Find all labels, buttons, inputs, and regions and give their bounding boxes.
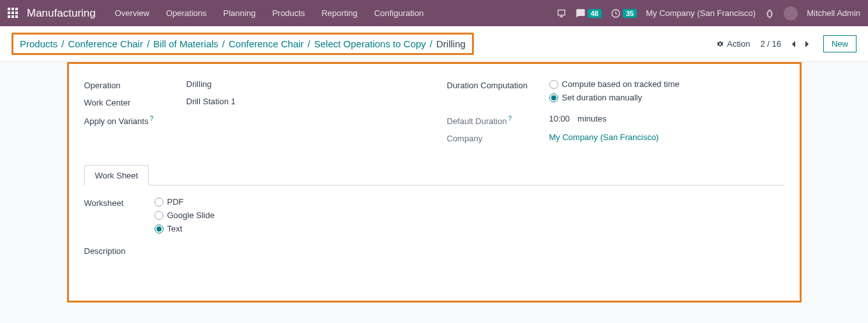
radio-icon [155, 211, 164, 220]
pager-prev[interactable] [788, 39, 799, 49]
pager: 2 / 16 [760, 39, 813, 49]
worksheet-label: Worksheet [84, 197, 155, 208]
chevron-right-icon [804, 40, 811, 48]
radio-manual-duration[interactable]: Set duration manually [549, 93, 784, 102]
notebook-tabs: Work Sheet [84, 165, 784, 185]
chevron-left-icon [790, 40, 796, 48]
gear-icon [716, 40, 724, 48]
radio-google-slide[interactable]: Google Slide [155, 210, 784, 220]
duration-computation-label: Duration Computation [447, 79, 549, 90]
main-menu: Overview Operations Planning Products Re… [109, 4, 430, 22]
debug-icon[interactable] [765, 8, 775, 19]
radio-icon [155, 225, 164, 233]
menu-operations[interactable]: Operations [160, 4, 213, 22]
form-right-column: Duration Computation Compute based on tr… [447, 79, 784, 150]
tab-worksheet-content: Worksheet PDF Google Slide T [84, 185, 784, 256]
top-navbar: Manufacturing Overview Operations Planni… [0, 0, 868, 26]
company-value[interactable]: My Company (San Francisco) [549, 132, 784, 142]
company-label: Company [447, 132, 549, 143]
user-name[interactable]: Mitchell Admin [807, 8, 860, 18]
activity-badge: 35 [623, 9, 637, 18]
tab-worksheet[interactable]: Work Sheet [84, 165, 149, 185]
breadcrumb-item[interactable]: Conference Chair [68, 38, 143, 49]
breadcrumb-item[interactable]: Products [20, 38, 57, 49]
help-icon[interactable]: ? [149, 115, 153, 122]
topbar-right: 48 35 My Company (San Francisco) Mitchel… [556, 6, 860, 20]
menu-configuration[interactable]: Configuration [368, 4, 430, 22]
activity-icon[interactable]: 35 [611, 8, 637, 19]
breadcrumb-item[interactable]: Bill of Materials [153, 38, 218, 49]
radio-text[interactable]: Text [155, 224, 784, 233]
form-left-column: Operation Drilling Work Center Drill Sta… [84, 79, 422, 150]
variants-label: Apply on Variants? [84, 114, 187, 126]
radio-icon [549, 93, 558, 102]
help-icon[interactable]: ? [508, 115, 512, 122]
phone-icon[interactable] [556, 8, 567, 19]
radio-tracked-time[interactable]: Compute based on tracked time [549, 79, 784, 89]
worksheet-radios: PDF Google Slide Text [155, 197, 784, 233]
menu-reporting[interactable]: Reporting [315, 4, 363, 22]
app-title: Manufacturing [27, 7, 96, 20]
action-button[interactable]: Action [716, 39, 750, 49]
breadcrumb-item[interactable]: Select Operations to Copy [314, 38, 426, 49]
radio-pdf[interactable]: PDF [155, 197, 784, 207]
default-duration-value[interactable]: 10:00 [549, 114, 570, 123]
workcenter-label: Work Center [84, 97, 187, 107]
default-duration-unit: minutes [577, 114, 607, 123]
radio-icon [549, 80, 558, 89]
default-duration-label: Default Duration? [447, 114, 549, 126]
messages-badge: 48 [588, 9, 602, 18]
operation-label: Operation [84, 79, 187, 90]
avatar[interactable] [784, 6, 798, 20]
action-label: Action [727, 39, 750, 49]
pager-value[interactable]: 2 / 16 [760, 39, 781, 49]
form-sheet: Operation Drilling Work Center Drill Sta… [67, 62, 802, 303]
pager-next[interactable] [802, 39, 813, 49]
control-panel: Products/ Conference Chair/ Bill of Mate… [0, 26, 868, 62]
breadcrumb-item[interactable]: Conference Chair [229, 38, 304, 49]
menu-overview[interactable]: Overview [109, 4, 156, 22]
company-switcher[interactable]: My Company (San Francisco) [646, 8, 756, 18]
breadcrumb-current: Drilling [436, 38, 466, 49]
new-button[interactable]: New [823, 35, 857, 52]
description-label: Description [84, 245, 155, 256]
breadcrumb: Products/ Conference Chair/ Bill of Mate… [11, 33, 474, 55]
workcenter-value[interactable]: Drill Station 1 [187, 97, 422, 106]
messages-icon[interactable]: 48 [575, 8, 602, 19]
menu-products[interactable]: Products [266, 4, 311, 22]
operation-value[interactable]: Drilling [187, 79, 422, 89]
duration-computation-radios: Compute based on tracked time Set durati… [549, 79, 784, 102]
apps-icon[interactable] [8, 8, 19, 19]
control-right: Action 2 / 16 New [716, 35, 857, 52]
radio-icon [155, 198, 164, 207]
menu-planning[interactable]: Planning [217, 4, 263, 22]
